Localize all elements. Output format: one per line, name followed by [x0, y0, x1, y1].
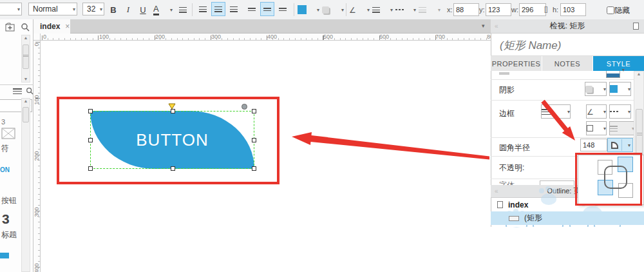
tab-properties[interactable]: PROPERTIES [491, 56, 542, 71]
page-tab-bar [33, 19, 491, 34]
collapse-panel-icon[interactable]: « [495, 23, 498, 30]
widgets-menu-icon[interactable] [13, 88, 22, 94]
scroll-down-icon[interactable]: ▼ [22, 77, 30, 81]
align-center-icon [214, 6, 222, 12]
left-sidebar: ▲ ▼ 3 符 ON 按钮 3 标题 ▲ [0, 19, 33, 272]
text-color-button[interactable]: A [153, 3, 173, 17]
axure-app-window: Normal 32 B I U A [0, 0, 644, 272]
clipped-dropdown [540, 180, 574, 185]
tab-close-icon[interactable]: × [65, 22, 70, 31]
ruler-number: 600 [379, 34, 389, 40]
annotation-rectangle-popup [575, 153, 642, 206]
align-center-button[interactable] [211, 2, 225, 16]
clipped-row-fragment [499, 72, 509, 75]
opacity-label: 不透明: [499, 162, 524, 173]
caret-down-icon [15, 6, 20, 12]
underline-button[interactable]: U [137, 3, 149, 17]
w-input[interactable] [519, 3, 546, 16]
clipped-color-dropdown[interactable] [606, 71, 620, 78]
y-input[interactable] [486, 3, 511, 16]
annotation-rectangle [57, 97, 279, 184]
ruler-number: 200 [33, 150, 40, 162]
scroll-up-icon[interactable]: ▲ [634, 72, 643, 76]
line-color-button[interactable] [349, 3, 370, 17]
arrow-style-button[interactable] [419, 3, 440, 17]
x-input[interactable] [453, 3, 479, 16]
pages-scrollbar[interactable]: ▲ ▼ [21, 35, 30, 83]
scrollbar-thumb[interactable] [23, 107, 29, 122]
shadow-icon [322, 6, 329, 14]
font-size-dropdown[interactable]: 32 [82, 3, 104, 15]
widget-preview-fragment[interactable]: ON [0, 166, 10, 173]
align-left-button[interactable] [196, 2, 210, 16]
tab-overflow-icon[interactable]: ▾ [482, 23, 485, 29]
page-icon [497, 201, 503, 208]
valign-top-button[interactable] [245, 2, 259, 16]
thumb-grip-icon [23, 55, 28, 58]
hide-checkbox[interactable] [607, 6, 614, 14]
text-style-dropdown[interactable]: Normal [28, 3, 77, 15]
shadow-button[interactable] [322, 3, 344, 17]
fill-color-swatch [298, 5, 307, 14]
tab-notes[interactable]: NOTES [542, 56, 592, 71]
font-family-dropdown[interactable] [0, 3, 22, 15]
border-color-dropdown[interactable] [586, 104, 607, 119]
h-input[interactable] [560, 3, 586, 16]
placeholder-widget-icon[interactable] [1, 128, 15, 139]
tree-widget-label: (矩形 [524, 213, 542, 224]
list-bullets-button[interactable] [176, 3, 189, 17]
bold-button[interactable]: B [107, 3, 120, 17]
valign-middle-button[interactable] [260, 2, 274, 16]
widget-label-fragment[interactable]: 符 [1, 143, 9, 154]
widget-label-fragment[interactable]: 标题 [1, 229, 17, 240]
widgets-scrollbar[interactable]: ▲ [21, 98, 30, 272]
search-icon[interactable] [21, 23, 30, 32]
shadow-color-dropdown[interactable] [609, 82, 631, 96]
add-page-icon[interactable] [5, 23, 15, 32]
border-width-dropdown[interactable] [541, 104, 571, 119]
line-width-button[interactable] [372, 3, 393, 17]
caret-down-icon[interactable]: ▾ [622, 67, 625, 73]
widget-preview-icon[interactable] [0, 253, 9, 258]
scroll-up-icon[interactable]: ▲ [22, 99, 30, 103]
clipped-row-label: 字体 [499, 180, 518, 185]
line-width-icon [542, 109, 552, 115]
tab-label: NOTES [554, 60, 580, 68]
ruler-number: 0 [43, 34, 46, 40]
border-style-dropdown[interactable] [609, 104, 631, 119]
caret-down-icon [98, 6, 102, 12]
widget-label-fragment[interactable]: 按钮 [1, 195, 17, 206]
widgets-search-icon[interactable] [26, 87, 33, 95]
tab-label: STYLE [607, 60, 630, 68]
tree-row-rectangle[interactable]: (矩形 [491, 211, 644, 225]
border-visibility-dropdown[interactable] [586, 121, 607, 135]
scrollbar-thumb[interactable] [23, 44, 29, 69]
corner-radius-input[interactable] [580, 139, 607, 151]
fill-color-button[interactable] [298, 3, 319, 17]
ruler-number: 300 [211, 34, 221, 40]
valign-bottom-button[interactable] [276, 2, 290, 16]
rectangle-icon [509, 216, 519, 221]
widget-name-input[interactable] [498, 39, 630, 53]
line-style-button[interactable] [395, 3, 416, 17]
ruler-number: 400 [267, 34, 277, 40]
corner-radius-label: 圆角半径 [499, 142, 530, 153]
scroll-up-icon[interactable]: ▲ [22, 35, 30, 40]
align-right-button[interactable] [227, 2, 241, 16]
ruler-number: 700 [435, 34, 445, 40]
w-label: w: [511, 6, 518, 14]
italic-button[interactable]: I [122, 3, 134, 17]
collapse-panel-icon[interactable]: « [495, 188, 498, 195]
tab-style[interactable]: STYLE [593, 56, 644, 71]
widget-label-fragment[interactable]: 3 [1, 118, 5, 126]
corner-selector-dropdown[interactable] [607, 138, 633, 152]
outer-shadow-dropdown[interactable] [585, 82, 607, 96]
thumb-grip-icon [637, 133, 642, 136]
link-dimensions-icon[interactable]: [] [544, 6, 548, 13]
caret-down-icon [601, 86, 606, 92]
y-label: y: [479, 6, 485, 14]
hide-label: 隐藏 [614, 5, 630, 16]
page-icon[interactable] [633, 23, 639, 30]
tab-index[interactable]: index × [33, 19, 70, 34]
widget-preview-fragment[interactable]: 3 [2, 211, 10, 227]
